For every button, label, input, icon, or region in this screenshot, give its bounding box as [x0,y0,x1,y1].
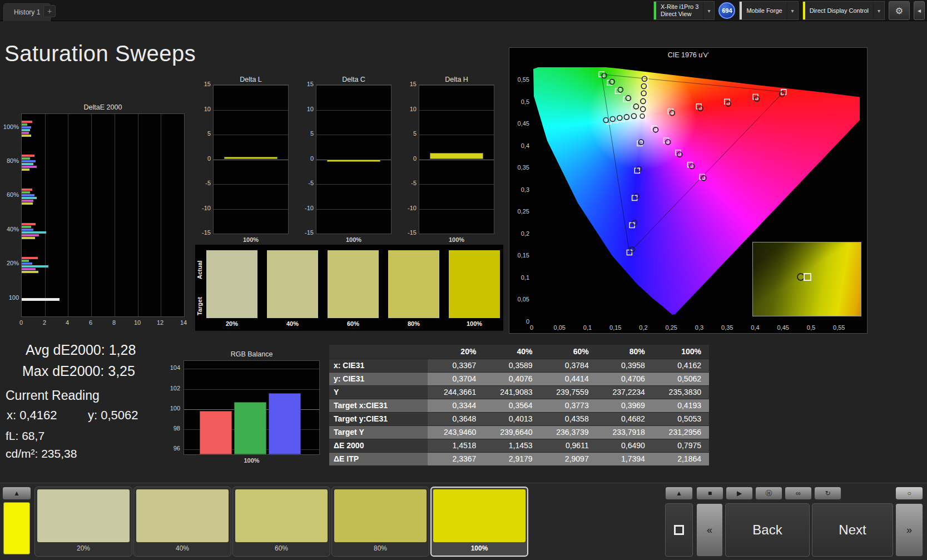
table-cell: 239,6640 [484,425,540,439]
add-tab-button[interactable]: + [43,5,56,17]
table-cell: 0,3589 [484,359,540,372]
current-color-swatch[interactable] [3,502,30,554]
sweep-swatch-label: 40% [267,320,318,327]
gridline [184,369,319,369]
gridline [419,160,494,160]
current-y-value: y: 0,5062 [88,408,138,423]
gridline [45,114,46,316]
axis-tick-label: 80% [0,157,19,164]
transport-up-button[interactable]: ▲ [665,487,693,500]
gridline [214,85,288,86]
de-bar [22,166,37,168]
axis-tick-label: 0,05 [551,324,568,331]
saturation-level-button-20[interactable]: 20% [34,487,132,557]
level-swatch [433,489,526,542]
axis-tick-label: 10 [401,106,417,112]
de-bar [22,132,29,134]
loop-button[interactable]: ↻ [814,487,841,500]
axis-tick-label: 0,35 [510,164,529,171]
de-bar [22,191,30,194]
collapse-panel-button[interactable]: ◂ [914,1,925,20]
gridline [316,85,391,86]
saturation-level-button-40[interactable]: 40% [133,487,231,557]
chevron-down-icon[interactable]: ▾ [787,2,798,19]
current-reading-heading: Current Reading [6,388,100,403]
next-chevron-button[interactable]: » [895,503,923,557]
table-cell: 0,9611 [541,439,597,452]
axis-tick-label: 0,55 [830,324,848,331]
meter-widgets: X-Rite i1Pro 3 Direct View ▾ 694 Mobile … [653,1,925,20]
table-cell: 0,3784 [541,359,597,372]
table-cell: 0,4013 [484,412,540,425]
gridline [214,184,288,185]
meter-mode-button[interactable]: Ⓗ [755,487,782,500]
table-cell: 0,7975 [653,439,709,452]
back-button[interactable]: Back [725,503,810,557]
transport-stop-button[interactable]: ■ [696,487,723,500]
measured-marker-magenta [677,152,682,157]
settings-gear-button[interactable]: ⚙ [889,1,910,20]
axis-tick-label: 15 [195,81,211,87]
level-label: 20% [37,544,130,552]
table-cell: 0,3344 [428,399,484,412]
deltae2000-chart-title: DeltaE 2000 [21,103,185,111]
axis-tick-label: 0 [195,155,211,162]
axis-tick-label: 2 [39,319,50,326]
chevron-down-icon[interactable]: ▾ [703,2,714,19]
axis-tick-label: 5 [195,130,211,137]
gridline [419,135,494,135]
deltaL-chart [213,85,289,234]
sweep-swatch [388,250,439,318]
table-cell: 0,4706 [597,372,653,385]
deltaH-x-label: 100% [419,236,494,243]
current-fl-value: fL: 68,7 [6,429,44,443]
continuous-read-button[interactable]: ∞ [785,487,812,500]
de-bar [22,163,33,165]
axis-tick-label: 15 [401,81,417,87]
deltae2000-chart [21,113,185,317]
gridline [161,114,161,316]
level-label: 80% [334,544,427,552]
axis-tick-label: 0,1 [579,324,597,331]
meter-device-selector[interactable]: X-Rite i1Pro 3 Direct View ▾ [653,1,715,20]
delta-bar [430,153,483,160]
gridline [115,114,115,316]
record-indicator-button[interactable]: ○ [895,487,923,500]
target-window-button[interactable] [665,503,693,557]
axis-tick-label: 104 [163,364,180,371]
de-bar [22,160,36,162]
display-control-label: Direct Display Control [810,7,869,14]
gridline [316,135,391,135]
axis-tick-label: 4 [62,319,73,326]
axis-tick-label: 100% [0,123,19,130]
rgb-bar [200,411,232,454]
table-row: Target y:CIE310,36480,40130,43580,46820,… [329,412,709,425]
saturation-level-button-100[interactable]: 100% [430,487,528,557]
saturation-level-button-80[interactable]: 80% [331,487,429,557]
back-chevron-button[interactable]: « [696,503,723,557]
delta-bar [327,160,380,162]
de-bar [22,189,32,191]
display-control-selector[interactable]: Direct Display Control ▾ [802,1,885,20]
source-selector[interactable]: Mobile Forge ▾ [739,1,798,20]
next-button[interactable]: Next [812,503,893,557]
level-swatch [235,489,328,542]
axis-tick-label: 0,45 [774,324,792,331]
palette-up-button[interactable]: ▲ [2,487,31,500]
de-bar [22,265,48,267]
sweep-swatch-label: 80% [388,320,439,327]
de-bar [22,229,33,231]
transport-play-button[interactable]: ▶ [726,487,753,500]
sweep-swatch-label: 60% [328,320,379,327]
gridline [184,114,185,316]
table-column-header: 80% [597,345,653,359]
level-swatch [37,489,130,542]
table-cell: 233,7918 [597,425,653,439]
rgb-balance-chart [184,360,320,455]
axis-tick-label: 98 [163,425,180,432]
table-row-label: Target y:CIE31 [329,412,428,425]
axis-tick-label: 0 [401,155,417,162]
chevron-down-icon[interactable]: ▾ [873,2,884,19]
de-bar [22,157,30,160]
saturation-level-button-60[interactable]: 60% [232,487,330,557]
